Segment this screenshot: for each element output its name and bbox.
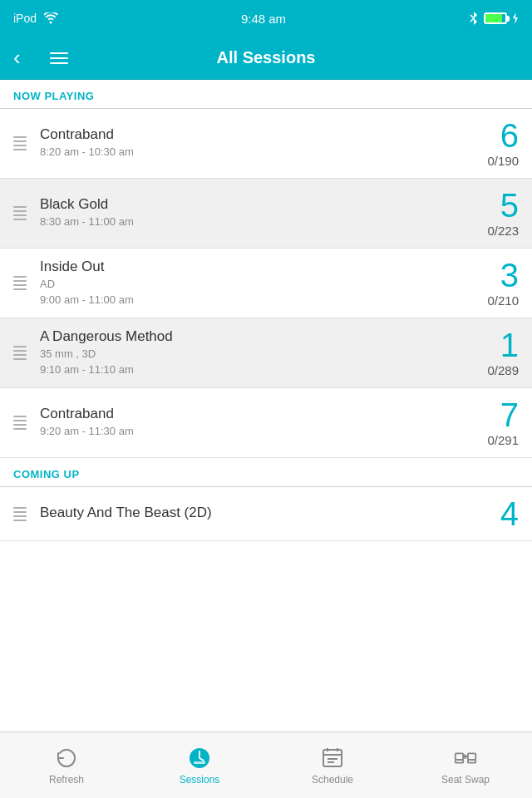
tab-bar: Refresh Sessions Schedule (0, 732, 532, 798)
row-right: 4 (452, 497, 519, 530)
schedule-icon (320, 746, 345, 771)
svg-rect-8 (456, 753, 463, 760)
svg-rect-9 (456, 759, 463, 762)
session-title: Inside Out (40, 259, 452, 275)
status-left: iPod (13, 12, 58, 25)
session-number: 3 (500, 259, 519, 292)
row-handle (13, 119, 30, 168)
session-seats: 0/289 (487, 363, 519, 377)
session-number: 7 (500, 398, 519, 431)
row-handle (13, 259, 30, 308)
session-subtitle: AD (40, 277, 452, 292)
session-row[interactable]: A Dangerous Method35 mm , 3D9:10 am - 11… (0, 318, 532, 388)
nav-title: All Sessions (217, 48, 316, 67)
tab-schedule[interactable]: Schedule (266, 732, 399, 798)
session-title: Beauty And The Beast (2D) (40, 505, 452, 521)
session-time: 8:30 am - 11:00 am (40, 214, 452, 229)
session-title: Contraband (40, 126, 452, 143)
sessions-content: NOW PLAYINGContraband8:20 am - 10:30 am6… (0, 80, 532, 732)
session-seats: 0/190 (487, 154, 519, 168)
tab-seat-swap[interactable]: Seat Swap (399, 732, 532, 798)
bluetooth-icon (469, 11, 479, 26)
session-time: 9:20 am - 11:30 am (40, 424, 452, 439)
row-handle (13, 398, 30, 447)
wifi-icon (43, 12, 58, 24)
session-seats: 0/291 (487, 433, 519, 447)
session-row[interactable]: Beauty And The Beast (2D)4 (0, 487, 532, 541)
session-title: A Dangerous Method (40, 328, 452, 345)
session-row[interactable]: Inside OutAD9:00 am - 11:00 am30/210 (0, 249, 532, 318)
battery-icon (484, 12, 507, 24)
row-right: 30/210 (452, 259, 519, 308)
back-button[interactable]: ‹ (13, 45, 21, 71)
session-number: 4 (500, 497, 519, 530)
session-time: 9:00 am - 11:00 am (40, 293, 452, 308)
session-title: Black Gold (40, 196, 452, 213)
tab-sessions-label: Sessions (180, 774, 220, 786)
section-header-coming-up: COMING UP (0, 458, 532, 486)
charging-icon (512, 12, 519, 24)
row-handle (13, 328, 30, 377)
tab-refresh-label: Refresh (49, 774, 84, 786)
session-subtitle: 35 mm , 3D (40, 347, 452, 362)
sessions-icon (187, 746, 212, 771)
tab-refresh[interactable]: Refresh (0, 732, 133, 798)
session-row[interactable]: Contraband9:20 am - 11:30 am70/291 (0, 388, 532, 458)
session-seats: 0/210 (487, 293, 519, 308)
refresh-icon (54, 746, 79, 771)
seat-swap-icon (453, 746, 478, 771)
session-time: 9:10 am - 11:10 am (40, 362, 452, 377)
row-right: 70/291 (452, 398, 519, 447)
svg-rect-10 (468, 753, 475, 760)
session-number: 5 (500, 189, 519, 222)
row-handle (13, 189, 30, 238)
row-right: 10/289 (452, 328, 519, 377)
status-right (469, 11, 519, 26)
section-label: NOW PLAYING (13, 90, 94, 102)
svg-rect-11 (468, 759, 475, 762)
session-number: 1 (500, 328, 519, 362)
status-bar: iPod 9:48 am (0, 0, 532, 37)
row-info: Beauty And The Beast (2D) (40, 497, 452, 530)
tab-sessions[interactable]: Sessions (133, 732, 266, 798)
row-info: Black Gold8:30 am - 11:00 am (40, 189, 452, 238)
row-info: Contraband9:20 am - 11:30 am (40, 398, 452, 447)
row-handle (13, 497, 30, 530)
session-row[interactable]: Black Gold8:30 am - 11:00 am50/223 (0, 179, 532, 249)
svg-rect-1 (194, 761, 205, 764)
menu-button[interactable] (50, 52, 68, 64)
status-time: 9:48 am (241, 12, 286, 26)
session-seats: 0/223 (487, 224, 519, 238)
device-label: iPod (13, 12, 37, 25)
session-title: Contraband (40, 406, 452, 422)
tab-seat-swap-label: Seat Swap (441, 774, 490, 786)
session-time: 8:20 am - 10:30 am (40, 145, 452, 160)
session-row[interactable]: Contraband8:20 am - 10:30 am60/190 (0, 109, 532, 179)
session-number: 6 (500, 119, 519, 152)
row-info: A Dangerous Method35 mm , 3D9:10 am - 11… (40, 328, 452, 377)
nav-bar: ‹ All Sessions (0, 37, 532, 80)
section-label: COMING UP (13, 468, 80, 480)
row-info: Inside OutAD9:00 am - 11:00 am (40, 259, 452, 308)
section-header-now-playing: NOW PLAYING (0, 80, 532, 108)
row-info: Contraband8:20 am - 10:30 am (40, 119, 452, 168)
tab-schedule-label: Schedule (312, 774, 353, 786)
row-right: 50/223 (452, 189, 519, 238)
row-right: 60/190 (452, 119, 519, 168)
